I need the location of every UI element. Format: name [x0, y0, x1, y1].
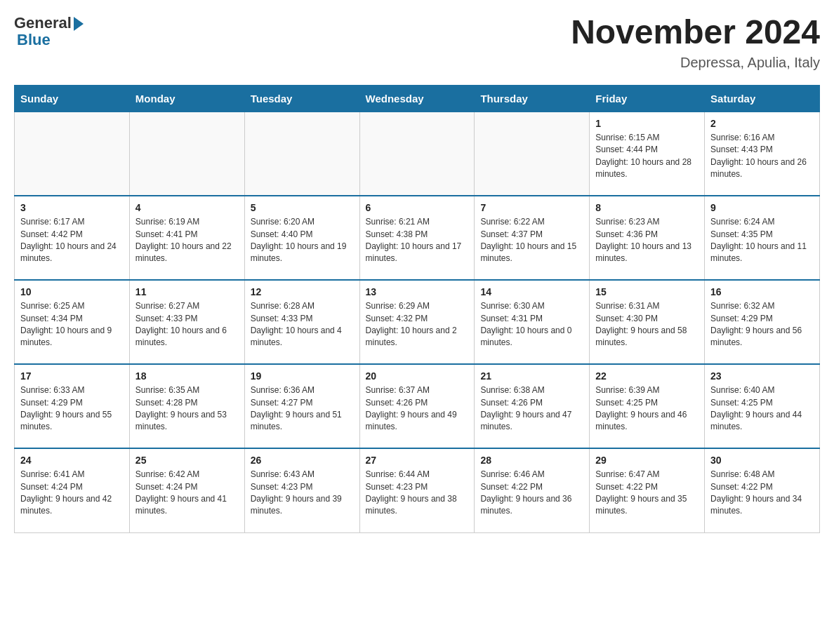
- day-info: Sunrise: 6:20 AM Sunset: 4:40 PM Dayligh…: [251, 216, 354, 265]
- day-info: Sunrise: 6:29 AM Sunset: 4:32 PM Dayligh…: [366, 300, 469, 349]
- calendar-week-row: 10Sunrise: 6:25 AM Sunset: 4:34 PM Dayli…: [15, 280, 820, 364]
- day-info: Sunrise: 6:21 AM Sunset: 4:38 PM Dayligh…: [366, 216, 469, 265]
- day-info: Sunrise: 6:27 AM Sunset: 4:33 PM Dayligh…: [135, 300, 239, 349]
- calendar-day-cell: 17Sunrise: 6:33 AM Sunset: 4:29 PM Dayli…: [15, 364, 130, 448]
- day-info: Sunrise: 6:48 AM Sunset: 4:22 PM Dayligh…: [710, 469, 814, 518]
- day-number: 24: [20, 455, 124, 466]
- day-number: 3: [20, 202, 124, 213]
- day-number: 19: [251, 370, 354, 382]
- calendar-day-cell: 24Sunrise: 6:41 AM Sunset: 4:24 PM Dayli…: [15, 448, 130, 532]
- day-number: 4: [135, 202, 239, 213]
- calendar-table: SundayMondayTuesdayWednesdayThursdayFrid…: [14, 85, 820, 533]
- calendar-day-cell: 3Sunrise: 6:17 AM Sunset: 4:42 PM Daylig…: [15, 196, 130, 280]
- day-info: Sunrise: 6:17 AM Sunset: 4:42 PM Dayligh…: [20, 216, 124, 265]
- location-title: Depressa, Apulia, Italy: [571, 55, 820, 71]
- page-header: General Blue November 2024 Depressa, Apu…: [14, 14, 820, 71]
- day-info: Sunrise: 6:39 AM Sunset: 4:25 PM Dayligh…: [595, 384, 699, 434]
- calendar-day-cell: 12Sunrise: 6:28 AM Sunset: 4:33 PM Dayli…: [244, 280, 359, 364]
- day-of-week-header: Wednesday: [359, 85, 475, 112]
- calendar-day-cell: 18Sunrise: 6:35 AM Sunset: 4:28 PM Dayli…: [129, 364, 244, 448]
- day-info: Sunrise: 6:30 AM Sunset: 4:31 PM Dayligh…: [480, 300, 583, 349]
- calendar-week-row: 1Sunrise: 6:15 AM Sunset: 4:44 PM Daylig…: [15, 112, 820, 196]
- day-info: Sunrise: 6:22 AM Sunset: 4:37 PM Dayligh…: [480, 216, 583, 265]
- calendar-day-cell: 14Sunrise: 6:30 AM Sunset: 4:31 PM Dayli…: [475, 280, 590, 364]
- calendar-day-cell: 16Sunrise: 6:32 AM Sunset: 4:29 PM Dayli…: [705, 280, 820, 364]
- logo-blue-text: Blue: [17, 31, 51, 49]
- day-number: 8: [595, 202, 699, 213]
- calendar-day-cell: 26Sunrise: 6:43 AM Sunset: 4:23 PM Dayli…: [244, 448, 359, 532]
- day-number: 21: [480, 370, 583, 382]
- day-info: Sunrise: 6:41 AM Sunset: 4:24 PM Dayligh…: [20, 469, 124, 518]
- calendar-day-cell: 29Sunrise: 6:47 AM Sunset: 4:22 PM Dayli…: [590, 448, 705, 532]
- calendar-week-row: 17Sunrise: 6:33 AM Sunset: 4:29 PM Dayli…: [15, 364, 820, 448]
- calendar-day-cell: 25Sunrise: 6:42 AM Sunset: 4:24 PM Dayli…: [129, 448, 244, 532]
- calendar-day-cell: 4Sunrise: 6:19 AM Sunset: 4:41 PM Daylig…: [129, 196, 244, 280]
- title-block: November 2024 Depressa, Apulia, Italy: [571, 14, 820, 71]
- day-number: 20: [366, 370, 469, 382]
- day-number: 9: [710, 202, 814, 213]
- calendar-day-cell: 13Sunrise: 6:29 AM Sunset: 4:32 PM Dayli…: [359, 280, 475, 364]
- calendar-day-cell: 21Sunrise: 6:38 AM Sunset: 4:26 PM Dayli…: [475, 364, 590, 448]
- calendar-day-cell: 7Sunrise: 6:22 AM Sunset: 4:37 PM Daylig…: [475, 196, 590, 280]
- day-number: 7: [480, 202, 583, 213]
- day-number: 14: [480, 286, 583, 297]
- logo-general-text: General: [14, 14, 72, 32]
- calendar-day-cell: 11Sunrise: 6:27 AM Sunset: 4:33 PM Dayli…: [129, 280, 244, 364]
- day-number: 13: [366, 286, 469, 297]
- calendar-day-cell: 1Sunrise: 6:15 AM Sunset: 4:44 PM Daylig…: [590, 112, 705, 196]
- calendar-day-cell: 28Sunrise: 6:46 AM Sunset: 4:22 PM Dayli…: [475, 448, 590, 532]
- calendar-day-cell: 20Sunrise: 6:37 AM Sunset: 4:26 PM Dayli…: [359, 364, 475, 448]
- day-number: 29: [595, 455, 699, 466]
- calendar-day-cell: 19Sunrise: 6:36 AM Sunset: 4:27 PM Dayli…: [244, 364, 359, 448]
- day-number: 16: [710, 286, 814, 297]
- day-number: 30: [710, 455, 814, 466]
- day-number: 15: [595, 286, 699, 297]
- calendar-day-cell: 10Sunrise: 6:25 AM Sunset: 4:34 PM Dayli…: [15, 280, 130, 364]
- day-info: Sunrise: 6:43 AM Sunset: 4:23 PM Dayligh…: [251, 469, 354, 518]
- day-of-week-header: Monday: [129, 85, 244, 112]
- day-info: Sunrise: 6:32 AM Sunset: 4:29 PM Dayligh…: [710, 300, 814, 349]
- calendar-header-row: SundayMondayTuesdayWednesdayThursdayFrid…: [15, 85, 820, 112]
- month-title: November 2024: [571, 14, 820, 51]
- day-number: 23: [710, 370, 814, 382]
- calendar-day-cell: [15, 112, 130, 196]
- day-number: 12: [251, 286, 354, 297]
- calendar-day-cell: 8Sunrise: 6:23 AM Sunset: 4:36 PM Daylig…: [590, 196, 705, 280]
- day-info: Sunrise: 6:42 AM Sunset: 4:24 PM Dayligh…: [135, 469, 239, 518]
- calendar-day-cell: 15Sunrise: 6:31 AM Sunset: 4:30 PM Dayli…: [590, 280, 705, 364]
- day-number: 17: [20, 370, 124, 382]
- day-info: Sunrise: 6:25 AM Sunset: 4:34 PM Dayligh…: [20, 300, 124, 349]
- day-number: 6: [366, 202, 469, 213]
- calendar-day-cell: [359, 112, 475, 196]
- calendar-day-cell: [244, 112, 359, 196]
- day-info: Sunrise: 6:28 AM Sunset: 4:33 PM Dayligh…: [251, 300, 354, 349]
- calendar-day-cell: 5Sunrise: 6:20 AM Sunset: 4:40 PM Daylig…: [244, 196, 359, 280]
- logo-arrow-icon: [74, 17, 84, 31]
- calendar-day-cell: [129, 112, 244, 196]
- day-info: Sunrise: 6:36 AM Sunset: 4:27 PM Dayligh…: [251, 384, 354, 434]
- day-of-week-header: Friday: [590, 85, 705, 112]
- calendar-week-row: 3Sunrise: 6:17 AM Sunset: 4:42 PM Daylig…: [15, 196, 820, 280]
- day-info: Sunrise: 6:23 AM Sunset: 4:36 PM Dayligh…: [595, 216, 699, 265]
- day-number: 18: [135, 370, 239, 382]
- calendar-day-cell: 30Sunrise: 6:48 AM Sunset: 4:22 PM Dayli…: [705, 448, 820, 532]
- day-info: Sunrise: 6:35 AM Sunset: 4:28 PM Dayligh…: [135, 384, 239, 434]
- calendar-day-cell: [475, 112, 590, 196]
- day-number: 10: [20, 286, 124, 297]
- calendar-day-cell: 2Sunrise: 6:16 AM Sunset: 4:43 PM Daylig…: [705, 112, 820, 196]
- calendar-day-cell: 9Sunrise: 6:24 AM Sunset: 4:35 PM Daylig…: [705, 196, 820, 280]
- day-info: Sunrise: 6:31 AM Sunset: 4:30 PM Dayligh…: [595, 300, 699, 349]
- day-info: Sunrise: 6:33 AM Sunset: 4:29 PM Dayligh…: [20, 384, 124, 434]
- day-number: 2: [710, 118, 814, 129]
- calendar-day-cell: 27Sunrise: 6:44 AM Sunset: 4:23 PM Dayli…: [359, 448, 475, 532]
- day-number: 26: [251, 455, 354, 466]
- day-info: Sunrise: 6:19 AM Sunset: 4:41 PM Dayligh…: [135, 216, 239, 265]
- day-number: 22: [595, 370, 699, 382]
- day-info: Sunrise: 6:24 AM Sunset: 4:35 PM Dayligh…: [710, 216, 814, 265]
- day-info: Sunrise: 6:37 AM Sunset: 4:26 PM Dayligh…: [366, 384, 469, 434]
- day-info: Sunrise: 6:44 AM Sunset: 4:23 PM Dayligh…: [366, 469, 469, 518]
- day-of-week-header: Thursday: [475, 85, 590, 112]
- calendar-day-cell: 22Sunrise: 6:39 AM Sunset: 4:25 PM Dayli…: [590, 364, 705, 448]
- day-info: Sunrise: 6:46 AM Sunset: 4:22 PM Dayligh…: [480, 469, 583, 518]
- day-info: Sunrise: 6:40 AM Sunset: 4:25 PM Dayligh…: [710, 384, 814, 434]
